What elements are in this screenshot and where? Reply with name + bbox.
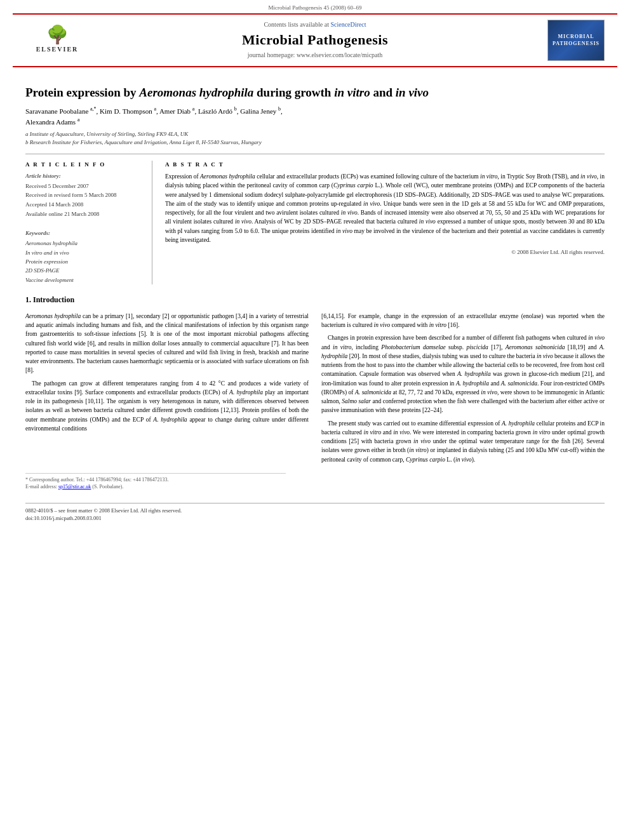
journal-banner: 🌳 ELSEVIER Contents lists available at S…	[13, 13, 617, 67]
bottom-copyright-line: 0882-4010/$ – see front matter © 2008 El…	[25, 507, 605, 515]
affiliation-b: b Research Institute for Fisheries, Aqua…	[25, 138, 605, 147]
footnote-email-link[interactable]: sp15@stir.ac.uk	[58, 484, 91, 490]
page: Microbial Pathogenesis 45 (2008) 60–69 🌳…	[0, 0, 630, 840]
journal-ref-text: Microbial Pathogenesis 45 (2008) 60–69	[269, 4, 362, 11]
journal-header-center: Contents lists available at ScienceDirec…	[95, 20, 535, 60]
article-title: Protein expression by Aeromonas hydrophi…	[25, 85, 605, 101]
footnote-email-label: E-mail address:	[25, 484, 57, 490]
history-label: Article history:	[25, 172, 145, 180]
journal-logo-area: MICROBIAL PATHOGENESIS	[535, 20, 605, 61]
revised-date: Received in revised form 5 March 2008	[25, 191, 145, 199]
keyword-3: Protein expression	[25, 257, 145, 266]
science-direct-line: Contents lists available at ScienceDirec…	[95, 20, 535, 29]
science-direct-link[interactable]: ScienceDirect	[330, 21, 366, 28]
footnote-author-name: (S. Poobalane).	[92, 484, 123, 490]
intro-col-left: Aeromonas hydrophila can be a primary [1…	[25, 312, 309, 468]
elsevier-tree-icon: 🌳	[46, 26, 69, 44]
abstract-text: Expression of Aeromonas hydrophila cellu…	[165, 172, 605, 244]
footnote-area: * Corresponding author. Tel.: +44 178646…	[25, 473, 286, 490]
intro-para-4: Changes in protein expression have been …	[321, 333, 605, 415]
journal-logo-text: MICROBIAL PATHOGENESIS	[553, 33, 600, 47]
info-abstract-section: A R T I C L E I N F O Article history: R…	[25, 154, 605, 285]
intro-body: Aeromonas hydrophila can be a primary [1…	[25, 312, 605, 468]
bottom-copyright: 0882-4010/$ – see front matter © 2008 El…	[25, 503, 605, 523]
footnote-email-line: E-mail address: sp15@stir.ac.uk (S. Poob…	[25, 483, 286, 490]
intro-para-2: The pathogen can grow at different tempe…	[25, 379, 309, 434]
abstract-col: A B S T R A C T Expression of Aeromonas …	[165, 161, 605, 285]
received-date: Received 5 December 2007	[25, 182, 145, 190]
intro-para-5: The present study was carried out to exa…	[321, 419, 605, 464]
elsevier-logo-area: 🌳 ELSEVIER	[25, 23, 95, 58]
footnote-star-line: * Corresponding author. Tel.: +44 178646…	[25, 476, 286, 483]
abstract-label: A B S T R A C T	[165, 161, 605, 169]
keyword-4: 2D SDS-PAGE	[25, 266, 145, 275]
intro-col-right: [6,14,15]. For example, change in the ex…	[321, 312, 605, 468]
intro-para-3: [6,14,15]. For example, change in the ex…	[321, 312, 605, 330]
affiliations: a Institute of Aquaculture, University o…	[25, 130, 605, 147]
accepted-date: Accepted 14 March 2008	[25, 201, 145, 209]
intro-heading: 1. Introduction	[25, 295, 605, 305]
article-info-col: A R T I C L E I N F O Article history: R…	[25, 161, 152, 285]
affiliation-a: a Institute of Aquaculture, University o…	[25, 130, 605, 139]
journal-title: Microbial Pathogenesis	[95, 30, 535, 50]
keyword-2: In vitro and in vivo	[25, 248, 145, 257]
copyright-notice: © 2008 Elsevier Ltd. All rights reserved…	[165, 248, 605, 257]
keywords-list: Aeromonas hydrophila In vitro and in viv…	[25, 239, 145, 284]
elsevier-logo: 🌳 ELSEVIER	[25, 23, 89, 58]
keywords-label: Keywords:	[25, 229, 145, 237]
elsevier-wordmark: ELSEVIER	[36, 45, 79, 54]
journal-ref: Microbial Pathogenesis 45 (2008) 60–69	[0, 0, 630, 13]
main-content: Protein expression by Aeromonas hydrophi…	[0, 67, 630, 503]
keyword-5: Vaccine development	[25, 276, 145, 284]
keyword-1: Aeromonas hydrophila	[25, 239, 145, 248]
journal-homepage: journal homepage: www.elsevier.com/locat…	[95, 51, 535, 60]
intro-para-1: Aeromonas hydrophila can be a primary [1…	[25, 312, 309, 375]
available-date: Available online 21 March 2008	[25, 210, 145, 218]
introduction-section: 1. Introduction Aeromonas hydrophila can…	[25, 295, 605, 468]
article-info-label: A R T I C L E I N F O	[25, 161, 145, 169]
bottom-doi: doi:10.1016/j.micpath.2008.03.001	[25, 515, 605, 523]
journal-logo-box: MICROBIAL PATHOGENESIS	[547, 20, 605, 61]
authors-line: Saravanane Poobalane a,*, Kim D. Thompso…	[25, 105, 605, 127]
